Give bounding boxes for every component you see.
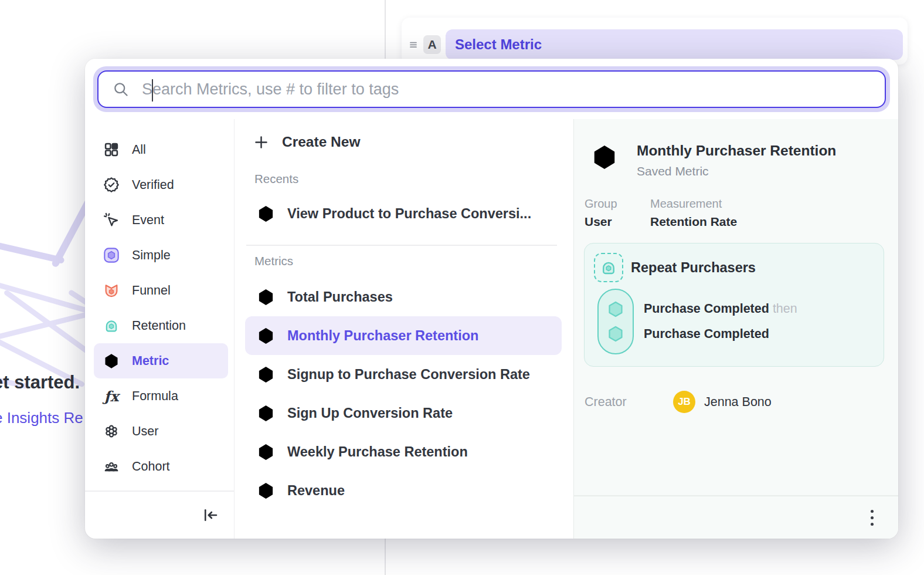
- metric-row-card: A Select Metric: [402, 18, 908, 65]
- sidebar-item-label: User: [132, 424, 158, 439]
- retention-steps-pill: [597, 289, 634, 354]
- list-item-label: Weekly Purchase Retention: [287, 444, 468, 460]
- select-metric-modal: All Verified: [85, 59, 898, 539]
- search-input[interactable]: [142, 72, 885, 107]
- sidebar-item-funnel[interactable]: Funnel: [94, 273, 228, 308]
- detail-subtitle: Saved Metric: [637, 164, 836, 178]
- funnel-icon: [103, 282, 120, 299]
- funnel-metric-icon: [257, 404, 275, 422]
- select-metric-button[interactable]: Select Metric: [446, 29, 903, 60]
- hexagon-icon: [606, 324, 626, 344]
- hexagon-icon: [606, 299, 626, 319]
- search-icon: [113, 81, 129, 97]
- metric-list-panel: Create New Recents View Product to Purch…: [235, 119, 573, 539]
- filter-sidebar: All Verified: [85, 119, 235, 539]
- detail-footer: [574, 495, 898, 539]
- list-item-label: Total Purchases: [287, 289, 393, 305]
- sidebar-item-retention[interactable]: Retention: [94, 308, 228, 343]
- sidebar-item-label: Simple: [132, 248, 171, 263]
- screen: et started. e Insights Re A Select Metri…: [0, 0, 924, 575]
- measurement-label: Measurement: [650, 197, 884, 211]
- funnel-metric-icon: [257, 205, 275, 223]
- sidebar-item-cohort[interactable]: Cohort: [94, 449, 228, 484]
- list-item-weekly-purchase-retention[interactable]: Weekly Purchase Retention: [245, 432, 562, 471]
- list-item-label: View Product to Purchase Conversi...: [287, 206, 531, 222]
- grid-icon: [103, 141, 120, 158]
- step-connector: then: [773, 302, 797, 316]
- sidebar-item-label: Metric: [132, 354, 169, 368]
- more-options-button[interactable]: [867, 506, 877, 529]
- funnel-metric-icon: [257, 366, 275, 384]
- list-item-recent[interactable]: View Product to Purchase Conversi...: [245, 194, 562, 233]
- recents-header: Recents: [254, 172, 562, 186]
- list-item-revenue[interactable]: Revenue: [245, 471, 562, 510]
- simple-hexagon-icon: [103, 247, 120, 263]
- list-item-label: Monthly Purchaser Retention: [287, 328, 478, 344]
- metric-hexagon-icon: [103, 353, 120, 369]
- sidebar-item-label: Funnel: [132, 283, 171, 298]
- detail-title: Monthly Purchaser Retention: [637, 143, 836, 159]
- formula-icon: ƒx: [103, 388, 120, 404]
- badge-check-icon: [103, 177, 120, 193]
- sidebar-item-label: Retention: [132, 319, 186, 333]
- sidebar-item-all[interactable]: All: [94, 132, 228, 167]
- search-bar: [93, 66, 890, 112]
- text-caret: [152, 79, 153, 102]
- sidebar-item-user[interactable]: User: [94, 414, 228, 449]
- avatar: JB: [673, 391, 695, 413]
- sidebar-item-label: Event: [132, 213, 164, 228]
- creator-label: Creator: [585, 395, 673, 410]
- metric-detail-panel: Monthly Purchaser Retention Saved Metric…: [573, 119, 898, 539]
- create-new-label: Create New: [282, 134, 360, 150]
- sidebar-footer: [85, 491, 235, 539]
- cohort-people-icon: [103, 458, 120, 475]
- create-new-button[interactable]: Create New: [245, 127, 562, 157]
- sidebar-item-label: Formula: [132, 389, 178, 404]
- step-2-event: Purchase Completed: [644, 327, 769, 341]
- collapse-sidebar-button[interactable]: [199, 504, 222, 526]
- repeat-purchasers-card: Repeat Purchasers: [584, 243, 884, 367]
- background-link-partial[interactable]: e Insights Re: [0, 409, 83, 427]
- measurement-value: Retention Rate: [650, 215, 884, 229]
- cursor-sparkle-icon: [103, 212, 120, 228]
- simple-metric-icon: [257, 482, 275, 500]
- step-1-event: Purchase Completed: [644, 302, 769, 316]
- sidebar-item-verified[interactable]: Verified: [94, 167, 228, 202]
- repeat-purchasers-title: Repeat Purchasers: [631, 260, 756, 276]
- sidebar-item-label: All: [132, 143, 146, 157]
- select-metric-label: Select Metric: [455, 36, 542, 53]
- group-value: User: [585, 215, 637, 229]
- retention-metric-icon: [591, 144, 618, 171]
- retention-metric-icon: [257, 443, 275, 461]
- sidebar-item-label: Verified: [132, 178, 174, 192]
- list-item-monthly-purchaser-retention[interactable]: Monthly Purchaser Retention: [245, 316, 562, 355]
- list-item-signup-conversion[interactable]: Sign Up Conversion Rate: [245, 394, 562, 432]
- creator-name: Jenna Bono: [704, 395, 772, 410]
- list-item-signup-to-purchase[interactable]: Signup to Purchase Conversion Rate: [245, 355, 562, 394]
- metrics-header: Metrics: [254, 254, 562, 268]
- sidebar-item-label: Cohort: [132, 459, 170, 474]
- background-heading-partial: et started.: [0, 372, 80, 393]
- retention-arch-icon: [103, 317, 120, 334]
- user-flower-icon: [103, 423, 120, 439]
- list-divider: [246, 245, 557, 246]
- plus-icon: [253, 134, 269, 150]
- list-item-label: Sign Up Conversion Rate: [287, 405, 453, 421]
- retention-metric-icon: [257, 327, 275, 345]
- list-item-total-purchases[interactable]: Total Purchases: [245, 278, 562, 316]
- metric-letter-badge: A: [423, 35, 441, 54]
- list-item-label: Revenue: [287, 483, 345, 499]
- simple-metric-icon: [257, 288, 275, 306]
- drag-handle-icon[interactable]: [407, 39, 419, 50]
- group-label: Group: [585, 197, 637, 211]
- sidebar-item-simple[interactable]: Simple: [94, 238, 228, 273]
- sidebar-item-metric[interactable]: Metric: [94, 343, 228, 378]
- sidebar-item-formula[interactable]: ƒx Formula: [94, 378, 228, 414]
- list-item-label: Signup to Purchase Conversion Rate: [287, 367, 530, 383]
- retention-dashed-icon: [594, 253, 623, 282]
- sidebar-item-event[interactable]: Event: [94, 202, 228, 238]
- creator-row: Creator JB Jenna Bono: [585, 391, 884, 413]
